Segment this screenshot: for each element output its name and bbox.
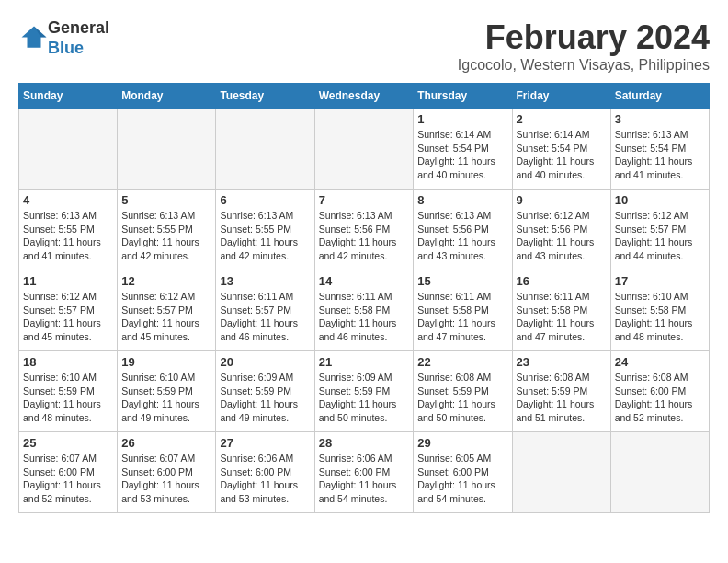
day-info: Sunrise: 6:09 AM Sunset: 5:59 PM Dayligh… bbox=[220, 371, 310, 425]
day-info: Sunrise: 6:10 AM Sunset: 5:59 PM Dayligh… bbox=[121, 371, 211, 425]
column-header-sunday: Sunday bbox=[19, 84, 118, 109]
day-number: 21 bbox=[319, 355, 410, 369]
calendar-cell: 9Sunrise: 6:12 AM Sunset: 5:56 PM Daylig… bbox=[512, 190, 610, 270]
day-info: Sunrise: 6:14 AM Sunset: 5:54 PM Dayligh… bbox=[417, 128, 507, 182]
calendar-cell: 22Sunrise: 6:08 AM Sunset: 5:59 PM Dayli… bbox=[414, 351, 512, 432]
calendar-cell: 17Sunrise: 6:10 AM Sunset: 5:58 PM Dayli… bbox=[610, 270, 709, 351]
day-info: Sunrise: 6:13 AM Sunset: 5:55 PM Dayligh… bbox=[23, 209, 113, 263]
calendar-cell: 12Sunrise: 6:12 AM Sunset: 5:57 PM Dayli… bbox=[118, 270, 216, 351]
calendar-week-row: 11Sunrise: 6:12 AM Sunset: 5:57 PM Dayli… bbox=[19, 270, 710, 351]
logo-text: General Blue bbox=[48, 18, 109, 58]
calendar-cell: 16Sunrise: 6:11 AM Sunset: 5:58 PM Dayli… bbox=[512, 270, 610, 351]
day-number: 15 bbox=[417, 274, 507, 288]
month-year-title: February 2024 bbox=[458, 18, 710, 57]
calendar-cell: 2Sunrise: 6:14 AM Sunset: 5:54 PM Daylig… bbox=[512, 109, 610, 190]
calendar-header-row: SundayMondayTuesdayWednesdayThursdayFrid… bbox=[19, 84, 710, 109]
day-info: Sunrise: 6:11 AM Sunset: 5:58 PM Dayligh… bbox=[417, 290, 507, 344]
calendar-cell bbox=[314, 109, 414, 190]
day-info: Sunrise: 6:07 AM Sunset: 6:00 PM Dayligh… bbox=[121, 452, 211, 506]
calendar-cell: 26Sunrise: 6:07 AM Sunset: 6:00 PM Dayli… bbox=[118, 432, 216, 513]
calendar-cell bbox=[216, 109, 314, 190]
day-info: Sunrise: 6:13 AM Sunset: 5:55 PM Dayligh… bbox=[220, 209, 310, 263]
calendar-cell: 8Sunrise: 6:13 AM Sunset: 5:56 PM Daylig… bbox=[414, 190, 512, 270]
calendar-cell: 25Sunrise: 6:07 AM Sunset: 6:00 PM Dayli… bbox=[19, 432, 118, 513]
day-number: 7 bbox=[319, 193, 410, 207]
calendar-cell: 20Sunrise: 6:09 AM Sunset: 5:59 PM Dayli… bbox=[216, 351, 314, 432]
title-block: February 2024 Igcocolo, Western Visayas,… bbox=[458, 18, 710, 74]
day-number: 2 bbox=[517, 112, 607, 126]
day-number: 10 bbox=[615, 193, 705, 207]
day-info: Sunrise: 6:08 AM Sunset: 6:00 PM Dayligh… bbox=[615, 371, 705, 425]
day-number: 20 bbox=[220, 355, 310, 369]
day-number: 1 bbox=[417, 112, 507, 126]
day-info: Sunrise: 6:13 AM Sunset: 5:55 PM Dayligh… bbox=[121, 209, 211, 263]
calendar-cell: 29Sunrise: 6:05 AM Sunset: 6:00 PM Dayli… bbox=[414, 432, 512, 513]
day-info: Sunrise: 6:07 AM Sunset: 6:00 PM Dayligh… bbox=[23, 452, 113, 506]
location-subtitle: Igcocolo, Western Visayas, Philippines bbox=[458, 57, 710, 74]
calendar-week-row: 1Sunrise: 6:14 AM Sunset: 5:54 PM Daylig… bbox=[19, 109, 710, 190]
logo: General Blue bbox=[18, 18, 109, 58]
calendar-cell: 15Sunrise: 6:11 AM Sunset: 5:58 PM Dayli… bbox=[414, 270, 512, 351]
calendar-cell: 10Sunrise: 6:12 AM Sunset: 5:57 PM Dayli… bbox=[610, 190, 709, 270]
calendar-table: SundayMondayTuesdayWednesdayThursdayFrid… bbox=[18, 83, 710, 513]
column-header-thursday: Thursday bbox=[414, 84, 512, 109]
calendar-cell: 19Sunrise: 6:10 AM Sunset: 5:59 PM Dayli… bbox=[118, 351, 216, 432]
calendar-cell bbox=[118, 109, 216, 190]
day-info: Sunrise: 6:12 AM Sunset: 5:56 PM Dayligh… bbox=[517, 209, 607, 263]
day-number: 22 bbox=[417, 355, 507, 369]
day-info: Sunrise: 6:09 AM Sunset: 5:59 PM Dayligh… bbox=[319, 371, 410, 425]
day-number: 17 bbox=[615, 274, 705, 288]
day-info: Sunrise: 6:06 AM Sunset: 6:00 PM Dayligh… bbox=[319, 452, 410, 506]
logo-icon bbox=[20, 23, 48, 51]
calendar-cell: 24Sunrise: 6:08 AM Sunset: 6:00 PM Dayli… bbox=[610, 351, 709, 432]
calendar-cell: 27Sunrise: 6:06 AM Sunset: 6:00 PM Dayli… bbox=[216, 432, 314, 513]
day-number: 14 bbox=[319, 274, 410, 288]
day-info: Sunrise: 6:14 AM Sunset: 5:54 PM Dayligh… bbox=[517, 128, 607, 182]
day-info: Sunrise: 6:13 AM Sunset: 5:56 PM Dayligh… bbox=[319, 209, 410, 263]
header: General Blue February 2024 Igcocolo, Wes… bbox=[18, 18, 710, 74]
calendar-cell: 1Sunrise: 6:14 AM Sunset: 5:54 PM Daylig… bbox=[414, 109, 512, 190]
calendar-cell: 18Sunrise: 6:10 AM Sunset: 5:59 PM Dayli… bbox=[19, 351, 118, 432]
day-number: 29 bbox=[417, 436, 507, 450]
day-number: 18 bbox=[23, 355, 113, 369]
day-info: Sunrise: 6:12 AM Sunset: 5:57 PM Dayligh… bbox=[121, 290, 211, 344]
day-number: 13 bbox=[220, 274, 310, 288]
calendar-body: 1Sunrise: 6:14 AM Sunset: 5:54 PM Daylig… bbox=[19, 109, 710, 513]
day-number: 4 bbox=[23, 193, 113, 207]
calendar-cell: 11Sunrise: 6:12 AM Sunset: 5:57 PM Dayli… bbox=[19, 270, 118, 351]
calendar-cell: 3Sunrise: 6:13 AM Sunset: 5:54 PM Daylig… bbox=[610, 109, 709, 190]
calendar-week-row: 25Sunrise: 6:07 AM Sunset: 6:00 PM Dayli… bbox=[19, 432, 710, 513]
day-info: Sunrise: 6:08 AM Sunset: 5:59 PM Dayligh… bbox=[517, 371, 607, 425]
calendar-cell bbox=[19, 109, 118, 190]
day-number: 8 bbox=[417, 193, 507, 207]
day-info: Sunrise: 6:12 AM Sunset: 5:57 PM Dayligh… bbox=[23, 290, 113, 344]
day-number: 28 bbox=[319, 436, 410, 450]
column-header-saturday: Saturday bbox=[610, 84, 709, 109]
day-number: 9 bbox=[517, 193, 607, 207]
day-info: Sunrise: 6:08 AM Sunset: 5:59 PM Dayligh… bbox=[417, 371, 507, 425]
calendar-cell bbox=[610, 432, 709, 513]
calendar-cell: 6Sunrise: 6:13 AM Sunset: 5:55 PM Daylig… bbox=[216, 190, 314, 270]
calendar-week-row: 4Sunrise: 6:13 AM Sunset: 5:55 PM Daylig… bbox=[19, 190, 710, 270]
calendar-cell: 4Sunrise: 6:13 AM Sunset: 5:55 PM Daylig… bbox=[19, 190, 118, 270]
calendar-cell: 28Sunrise: 6:06 AM Sunset: 6:00 PM Dayli… bbox=[314, 432, 414, 513]
day-info: Sunrise: 6:10 AM Sunset: 5:58 PM Dayligh… bbox=[615, 290, 705, 344]
day-number: 19 bbox=[121, 355, 211, 369]
column-header-tuesday: Tuesday bbox=[216, 84, 314, 109]
day-info: Sunrise: 6:13 AM Sunset: 5:54 PM Dayligh… bbox=[615, 128, 705, 182]
day-number: 24 bbox=[615, 355, 705, 369]
day-info: Sunrise: 6:06 AM Sunset: 6:00 PM Dayligh… bbox=[220, 452, 310, 506]
day-number: 12 bbox=[121, 274, 211, 288]
calendar-cell: 23Sunrise: 6:08 AM Sunset: 5:59 PM Dayli… bbox=[512, 351, 610, 432]
day-number: 27 bbox=[220, 436, 310, 450]
day-number: 25 bbox=[23, 436, 113, 450]
day-info: Sunrise: 6:10 AM Sunset: 5:59 PM Dayligh… bbox=[23, 371, 113, 425]
day-number: 5 bbox=[121, 193, 211, 207]
calendar-cell: 5Sunrise: 6:13 AM Sunset: 5:55 PM Daylig… bbox=[118, 190, 216, 270]
day-info: Sunrise: 6:12 AM Sunset: 5:57 PM Dayligh… bbox=[615, 209, 705, 263]
day-number: 23 bbox=[517, 355, 607, 369]
day-number: 3 bbox=[615, 112, 705, 126]
calendar-cell bbox=[512, 432, 610, 513]
day-number: 16 bbox=[517, 274, 607, 288]
column-header-wednesday: Wednesday bbox=[314, 84, 414, 109]
